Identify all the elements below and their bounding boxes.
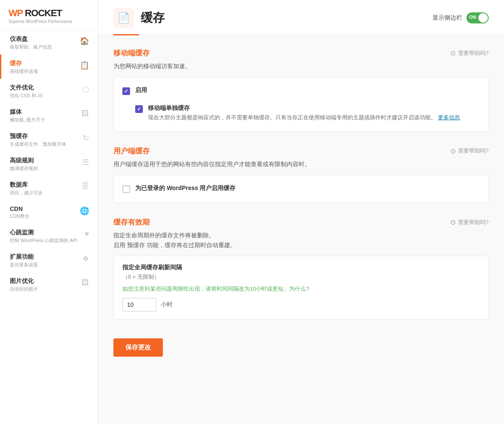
more-info-link[interactable]: 更多信息 (438, 114, 460, 121)
home-icon: 🏠 (80, 36, 89, 46)
mobile-cache-enable-checkbox[interactable]: ✓ (122, 87, 130, 95)
mobile-cache-help-link[interactable]: ⊙ 需要帮助吗? (450, 49, 489, 57)
addons-icon: ❖ (82, 254, 89, 263)
save-button[interactable]: 保存更改 (113, 338, 163, 357)
sidebar-item-title: 心跳监测 (10, 229, 82, 237)
mobile-separate-label: 移动端单独缓存 (148, 104, 460, 112)
page-icon: 📄 (113, 8, 134, 28)
help-circle-icon2: ⊙ (450, 147, 456, 155)
sidebar-item-sub: 优化，减少冗余 (10, 190, 79, 196)
sidebar-item-sub: 获取帮助、账户信息 (10, 44, 77, 50)
cache-lifetime-help-label: 需要帮助吗? (458, 219, 489, 226)
sidebar-item-file-optimization[interactable]: 文件优化 优化 CSS 和 JS ⬡ (0, 79, 98, 103)
lifetime-unit: 小时 (161, 301, 173, 309)
sidebar-item-title: 扩展功能 (10, 253, 80, 261)
sidebar-item-title: 图片优化 (10, 277, 79, 285)
user-cache-help-label: 需要帮助吗? (458, 147, 489, 155)
page-header: 📄 缓存 显示侧边栏 ON (98, 0, 504, 35)
sidebar-item-sub: 控制 WordPress 心跳监测的 API (10, 237, 82, 244)
cache-lifetime-section: 缓存有效期 ⊙ 需要帮助吗? 指定生命周期外的缓存文件将被删除。 启用 预缓存 … (113, 217, 489, 320)
file-opt-icon: ⬡ (82, 85, 89, 94)
nav-list: 仪表盘 获取帮助、账户信息 🏠 缓存 基础缓存选项 📋 文件优化 优化 CSS … (0, 30, 98, 297)
sidebar-item-sub: 基础缓存选项 (10, 68, 77, 75)
user-cache-header: 用户端缓存 ⊙ 需要帮助吗? (113, 146, 489, 156)
sidebar-item-addons[interactable]: 扩展功能 提供更多设置 ❖ (0, 248, 98, 272)
mobile-cache-header: 移动端缓存 ⊙ 需要帮助吗? (113, 48, 489, 58)
mobile-separate-cache-row: ✓ 移动端单独缓存 现在大部分主题都是响应式的，并不需要单独缓存。只有当你正在使… (135, 102, 480, 124)
cache-lifetime-title: 缓存有效期 (113, 217, 150, 227)
sidebar-item-title: 文件优化 (10, 84, 80, 92)
help-circle-icon: ⊙ (450, 49, 456, 57)
lifetime-input-row: 小时 (122, 298, 480, 312)
logo: WP ROCKET (9, 8, 89, 19)
sidebar-item-sub: 提供更多设置 (10, 262, 80, 268)
sidebar-item-sub: 懒加载, 图片尺寸 (10, 117, 79, 123)
page-title: 缓存 (141, 10, 165, 26)
user-cache-option-row: 为已登录的 WordPress 用户启用缓存 (122, 182, 480, 196)
lifetime-card: 指定全局缓存刷新间隔 （0 = 无限制） 如您注意到某些问题周期性出现，请将时间… (113, 256, 489, 320)
sidebar-item-title: 高级规则 (10, 157, 80, 164)
user-cache-checkbox[interactable] (122, 185, 130, 193)
sidebar-item-advanced-rules[interactable]: 高级规则 微调缓存规则 ☰ (0, 152, 98, 176)
content-area: 移动端缓存 ⊙ 需要帮助吗? 为您网站的移动端访客加速。 ✓ 启用 (98, 35, 504, 369)
cache-icon: 📋 (80, 61, 89, 70)
user-cache-help-link[interactable]: ⊙ 需要帮助吗? (450, 147, 489, 155)
mobile-cache-enable-row: ✓ 启用 (122, 84, 480, 98)
sidebar-item-cache[interactable]: 缓存 基础缓存选项 📋 (0, 55, 98, 79)
sidebar-item-preload[interactable]: 预缓存 生成缓存文件、预加载字体 ↻ (0, 127, 98, 152)
sidebar-item-sub: 生成缓存文件、预加载字体 (10, 141, 80, 147)
user-cache-card: 为已登录的 WordPress 用户启用缓存 (113, 175, 489, 203)
logo-wp: WP (9, 8, 23, 18)
sidebar-item-image-optimization[interactable]: 图片优化 压缩你的图片 🖼 (0, 272, 98, 297)
lifetime-input[interactable] (122, 298, 156, 312)
cache-lifetime-header: 缓存有效期 ⊙ 需要帮助吗? (113, 217, 489, 227)
sidebar-item-database[interactable]: 数据库 优化，减少冗余 🗄 (0, 176, 98, 200)
user-cache-title: 用户端缓存 (113, 146, 150, 156)
mobile-cache-card: ✓ 启用 ✓ 移动端单独缓存 现在大部分主题都是响应式 (113, 77, 489, 132)
cache-lifetime-desc: 指定生命周期外的缓存文件将被删除。 启用 预缓存 功能，缓存将在过期时自动重建。 (113, 231, 489, 250)
logo-rocket: ROCKET (23, 8, 62, 18)
sidebar-item-heartbeat[interactable]: 心跳监测 控制 WordPress 心跳监测的 API ♥ (0, 224, 98, 248)
sidebar-item-sub: 优化 CSS 和 JS (10, 92, 80, 99)
sidebar-toggle-label: 显示侧边栏 (432, 14, 462, 22)
media-icon: 🖼 (81, 109, 89, 118)
mobile-cache-enable-label: 启用 (135, 87, 147, 94)
mobile-separate-desc: 现在大部分主题都是响应式的，并不需要单独缓存。只有当你正在使用移动端专用的主题或… (148, 113, 460, 122)
sidebar: WP ROCKET Superior WordPress Performance… (0, 0, 98, 424)
main-content: 📄 缓存 显示侧边栏 ON 移动端缓存 ⊙ 需要帮助吗? 为您网站的移动端 (98, 0, 504, 424)
help-circle-icon3: ⊙ (450, 218, 456, 226)
sidebar-item-title: 预缓存 (10, 133, 80, 140)
sidebar-item-dashboard[interactable]: 仪表盘 获取帮助、账户信息 🏠 (0, 30, 98, 55)
sidebar-item-media[interactable]: 媒体 懒加载, 图片尺寸 🖼 (0, 103, 98, 127)
sidebar-toggle-switch[interactable]: ON (466, 12, 489, 23)
sidebar-item-sub: CDN整合 (10, 213, 77, 219)
user-cache-option-label: 为已登录的 WordPress 用户启用缓存 (135, 185, 235, 192)
mobile-cache-title: 移动端缓存 (113, 48, 150, 58)
mobile-cache-sub-option: ✓ 移动端单独缓存 现在大部分主题都是响应式的，并不需要单独缓存。只有当你正在使… (135, 98, 480, 124)
sidebar-item-title: 媒体 (10, 108, 79, 116)
mobile-cache-desc: 为您网站的移动端访客加速。 (113, 61, 489, 71)
lifetime-card-subtitle: （0 = 无限制） (122, 273, 480, 281)
rules-icon: ☰ (82, 158, 89, 167)
image-opt-icon: 🖼 (81, 278, 89, 287)
database-icon: 🗄 (81, 182, 89, 191)
sidebar-item-cdn[interactable]: CDN CDN整合 🌐 (0, 200, 98, 224)
sidebar-item-sub: 压缩你的图片 (10, 286, 79, 292)
mobile-separate-checkbox[interactable]: ✓ (135, 105, 143, 113)
user-cache-desc: 用户端缓存适用于您的网站有些内容仅指定用户才能查看或有限制内容时。 (113, 159, 489, 169)
sidebar-item-sub: 微调缓存规则 (10, 165, 80, 172)
page-title-area: 📄 缓存 (113, 8, 165, 28)
sidebar-toggle-area: 显示侧边栏 ON (432, 12, 489, 23)
cache-lifetime-help-link[interactable]: ⊙ 需要帮助吗? (450, 218, 489, 226)
sidebar-item-title: 仪表盘 (10, 35, 77, 43)
sidebar-item-title: 缓存 (10, 60, 77, 67)
sidebar-item-title: CDN (10, 205, 77, 212)
lifetime-warning[interactable]: 如您注意到某些问题周期性出现，请将时间间隔改为10小时或更短。为什么? (122, 285, 480, 293)
mobile-cache-section: 移动端缓存 ⊙ 需要帮助吗? 为您网站的移动端访客加速。 ✓ 启用 (113, 48, 489, 132)
cdn-icon: 🌐 (80, 206, 89, 216)
logo-area: WP ROCKET Superior WordPress Performance (0, 0, 98, 30)
heartbeat-icon: ♥ (84, 230, 89, 239)
sidebar-item-title: 数据库 (10, 181, 79, 189)
mobile-cache-help-label: 需要帮助吗? (458, 49, 489, 57)
user-cache-section: 用户端缓存 ⊙ 需要帮助吗? 用户端缓存适用于您的网站有些内容仅指定用户才能查看… (113, 146, 489, 203)
